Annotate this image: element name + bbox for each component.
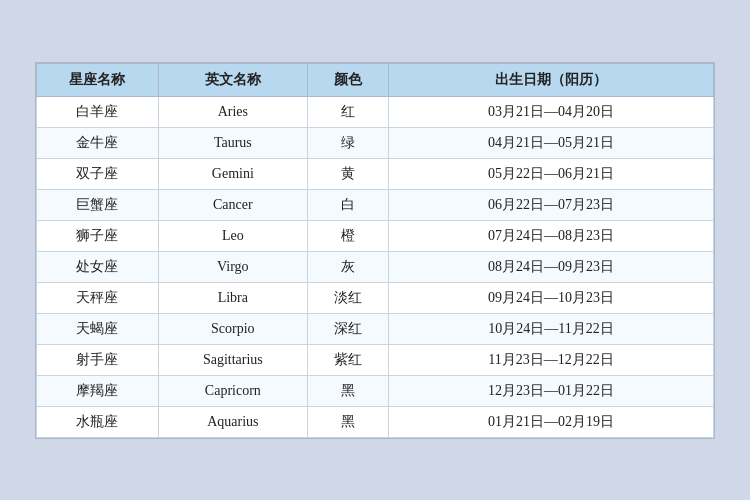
cell-color: 黑: [307, 406, 388, 437]
cell-color: 深红: [307, 313, 388, 344]
cell-chinese: 双子座: [37, 158, 159, 189]
cell-color: 橙: [307, 220, 388, 251]
cell-color: 红: [307, 96, 388, 127]
cell-date: 09月24日—10月23日: [389, 282, 714, 313]
cell-color: 黑: [307, 375, 388, 406]
cell-english: Aquarius: [158, 406, 307, 437]
table-row: 处女座Virgo灰08月24日—09月23日: [37, 251, 714, 282]
cell-date: 03月21日—04月20日: [389, 96, 714, 127]
cell-english: Taurus: [158, 127, 307, 158]
header-chinese: 星座名称: [37, 63, 159, 96]
cell-date: 05月22日—06月21日: [389, 158, 714, 189]
cell-chinese: 天秤座: [37, 282, 159, 313]
cell-chinese: 狮子座: [37, 220, 159, 251]
cell-english: Aries: [158, 96, 307, 127]
cell-color: 黄: [307, 158, 388, 189]
cell-date: 06月22日—07月23日: [389, 189, 714, 220]
cell-color: 灰: [307, 251, 388, 282]
table-row: 狮子座Leo橙07月24日—08月23日: [37, 220, 714, 251]
cell-date: 08月24日—09月23日: [389, 251, 714, 282]
cell-date: 01月21日—02月19日: [389, 406, 714, 437]
cell-color: 白: [307, 189, 388, 220]
cell-english: Sagittarius: [158, 344, 307, 375]
table-header-row: 星座名称 英文名称 颜色 出生日期（阳历）: [37, 63, 714, 96]
cell-date: 11月23日—12月22日: [389, 344, 714, 375]
cell-date: 10月24日—11月22日: [389, 313, 714, 344]
cell-english: Scorpio: [158, 313, 307, 344]
cell-chinese: 金牛座: [37, 127, 159, 158]
cell-chinese: 天蝎座: [37, 313, 159, 344]
table-row: 水瓶座Aquarius黑01月21日—02月19日: [37, 406, 714, 437]
cell-english: Cancer: [158, 189, 307, 220]
cell-chinese: 射手座: [37, 344, 159, 375]
cell-chinese: 白羊座: [37, 96, 159, 127]
table-row: 巨蟹座Cancer白06月22日—07月23日: [37, 189, 714, 220]
cell-english: Leo: [158, 220, 307, 251]
cell-color: 紫红: [307, 344, 388, 375]
cell-date: 12月23日—01月22日: [389, 375, 714, 406]
table-row: 天秤座Libra淡红09月24日—10月23日: [37, 282, 714, 313]
table-row: 摩羯座Capricorn黑12月23日—01月22日: [37, 375, 714, 406]
cell-english: Libra: [158, 282, 307, 313]
cell-color: 淡红: [307, 282, 388, 313]
table-row: 天蝎座Scorpio深红10月24日—11月22日: [37, 313, 714, 344]
header-english: 英文名称: [158, 63, 307, 96]
table-row: 双子座Gemini黄05月22日—06月21日: [37, 158, 714, 189]
cell-date: 07月24日—08月23日: [389, 220, 714, 251]
table-row: 射手座Sagittarius紫红11月23日—12月22日: [37, 344, 714, 375]
cell-chinese: 处女座: [37, 251, 159, 282]
cell-chinese: 水瓶座: [37, 406, 159, 437]
zodiac-table-container: 星座名称 英文名称 颜色 出生日期（阳历） 白羊座Aries红03月21日—04…: [35, 62, 715, 439]
zodiac-table: 星座名称 英文名称 颜色 出生日期（阳历） 白羊座Aries红03月21日—04…: [36, 63, 714, 438]
table-row: 白羊座Aries红03月21日—04月20日: [37, 96, 714, 127]
cell-chinese: 巨蟹座: [37, 189, 159, 220]
header-date: 出生日期（阳历）: [389, 63, 714, 96]
cell-english: Gemini: [158, 158, 307, 189]
table-row: 金牛座Taurus绿04月21日—05月21日: [37, 127, 714, 158]
cell-color: 绿: [307, 127, 388, 158]
cell-date: 04月21日—05月21日: [389, 127, 714, 158]
cell-english: Capricorn: [158, 375, 307, 406]
header-color: 颜色: [307, 63, 388, 96]
cell-english: Virgo: [158, 251, 307, 282]
cell-chinese: 摩羯座: [37, 375, 159, 406]
